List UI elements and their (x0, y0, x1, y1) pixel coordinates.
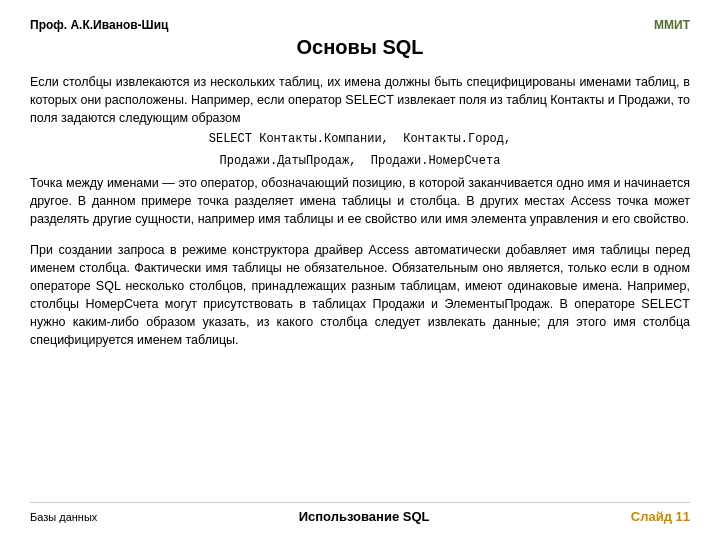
header-right: ММИТ (654, 18, 690, 32)
content-area: Если столбцы извлекаются из нескольких т… (30, 73, 690, 349)
paragraph-2-text: При создании запроса в режиме конструкто… (30, 243, 690, 348)
page-title: Основы SQL (30, 36, 690, 59)
footer: Базы данных Использование SQL Слайд 11 (30, 502, 690, 524)
footer-center: Использование SQL (299, 509, 430, 524)
paragraph-1-rest: Точка между именами — это оператор, обоз… (30, 176, 690, 226)
paragraph-2: При создании запроса в режиме конструкто… (30, 241, 690, 350)
code-line-2: Продажи.ДатыПродаж, Продажи.НомерСчета (30, 153, 690, 170)
header: Проф. А.К.Иванов-Шиц ММИТ (30, 18, 690, 32)
page: Проф. А.К.Иванов-Шиц ММИТ Основы SQL Есл… (0, 0, 720, 540)
paragraph-1-text: Если столбцы извлекаются из нескольких т… (30, 75, 690, 125)
footer-right: Слайд 11 (631, 509, 690, 524)
paragraph-1: Если столбцы извлекаются из нескольких т… (30, 73, 690, 229)
footer-left: Базы данных (30, 511, 97, 523)
header-left: Проф. А.К.Иванов-Шиц (30, 18, 168, 32)
code-line-1: SELECT Контакты.Компании, Контакты.Город… (30, 131, 690, 148)
